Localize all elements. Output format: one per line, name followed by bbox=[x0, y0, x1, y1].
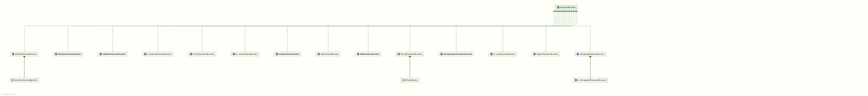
inner-skfa[interactable]: ESecretKeyFactoryAlgorithm bbox=[9, 78, 39, 82]
node-label: StandardPasswordEncoder bbox=[58, 53, 81, 55]
type-icon: C bbox=[440, 53, 443, 55]
lock-icon bbox=[147, 53, 148, 55]
class-pbkdf2[interactable]: CPbkdf2PasswordEncoder bbox=[10, 52, 38, 56]
class-my[interactable]: CMyPasswordEncoder bbox=[316, 52, 340, 56]
node-label: SecretKeyFactoryAlgorithm bbox=[14, 79, 37, 81]
class-ldapsha[interactable]: CLdapShaPasswordEncoder bbox=[98, 52, 127, 56]
type-icon: C bbox=[357, 53, 359, 55]
class-md4[interactable]: CMd4PasswordEncoder bbox=[355, 52, 381, 56]
type-icon: C bbox=[577, 53, 579, 55]
node-label: Md4PasswordEncoder bbox=[360, 53, 379, 55]
watermark: Powered by yFiles bbox=[1, 93, 16, 95]
type-icon: C bbox=[12, 53, 14, 55]
type-icon: C bbox=[490, 53, 495, 55]
class-delegating[interactable]: CDelegatingPasswordEncoder bbox=[575, 52, 606, 56]
node-label: SCryptPasswordEncoder bbox=[193, 53, 214, 55]
node-label: PasswordEncoder bbox=[560, 6, 576, 8]
type-icon: C bbox=[144, 53, 148, 55]
type-icon: C bbox=[55, 53, 57, 55]
lock-icon bbox=[578, 79, 579, 81]
node-label: Pbkdf2PasswordEncoder bbox=[15, 53, 37, 55]
type-icon: C bbox=[232, 53, 237, 55]
node-label: LazyPasswordEncoder bbox=[238, 53, 257, 55]
interface-icon: I bbox=[557, 6, 559, 8]
node-label: NoOpPasswordEncoder bbox=[279, 53, 299, 55]
type-icon: E bbox=[402, 79, 405, 81]
class-scrypt[interactable]: CSCryptPasswordEncoder bbox=[188, 52, 216, 56]
type-icon: C bbox=[317, 53, 320, 55]
type-icon: C bbox=[99, 53, 102, 55]
type-icon: C bbox=[575, 79, 579, 81]
type-icon: C bbox=[276, 53, 278, 55]
node-label: LazyPasswordEncoder bbox=[495, 53, 515, 55]
class-lazy2[interactable]: CLazyPasswordEncoder bbox=[489, 52, 517, 56]
inner-unmapped[interactable]: CUnmappedIdPasswordEncoder bbox=[573, 78, 608, 82]
node-label: BCryptVersion bbox=[405, 79, 417, 81]
node-label: AbstractPasswordEncoder bbox=[149, 53, 172, 55]
node-label: MessageDigestPasswordEncoder bbox=[443, 53, 472, 55]
class-standard[interactable]: CStandardPasswordEncoder bbox=[53, 52, 83, 56]
class-lazy1[interactable]: CLazyPasswordEncoder bbox=[231, 52, 259, 56]
interface-password-encoder[interactable]: I PasswordEncoder bbox=[556, 5, 577, 9]
type-icon: C bbox=[190, 53, 192, 55]
node-label: BCryptPasswordEncoder bbox=[401, 53, 422, 55]
type-icon: E bbox=[11, 79, 13, 81]
class-argon2[interactable]: CArgon2PasswordEncoder bbox=[532, 52, 560, 56]
connector-layer bbox=[0, 0, 868, 96]
class-msgdigest[interactable]: CMessageDigestPasswordEncoder bbox=[439, 52, 473, 56]
class-abstract[interactable]: CAbstractPasswordEncoder bbox=[142, 52, 173, 56]
node-label: MyPasswordEncoder bbox=[321, 53, 339, 55]
node-label: Argon2PasswordEncoder bbox=[536, 53, 558, 55]
type-icon: C bbox=[398, 53, 400, 55]
node-label: DelegatingPasswordEncoder bbox=[580, 53, 604, 55]
lock-icon bbox=[236, 53, 237, 55]
lock-icon bbox=[493, 53, 495, 55]
node-label: LdapShaPasswordEncoder bbox=[102, 53, 126, 55]
inner-bcv[interactable]: EBCryptVersion bbox=[401, 78, 419, 82]
type-icon: C bbox=[533, 53, 536, 55]
node-label: UnmappedIdPasswordEncoder bbox=[580, 79, 606, 81]
class-bcrypt[interactable]: CBCryptPasswordEncoder bbox=[396, 52, 424, 56]
class-noop[interactable]: CNoOpPasswordEncoder bbox=[274, 52, 301, 56]
